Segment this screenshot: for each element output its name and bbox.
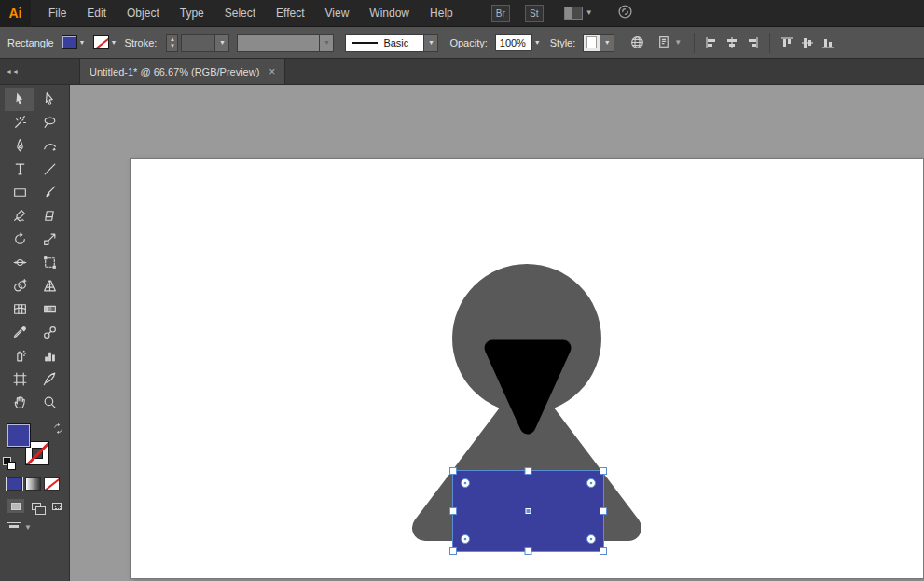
color-button[interactable] <box>7 477 22 491</box>
align-top-button[interactable] <box>777 33 797 53</box>
style-dropdown[interactable]: ▼ <box>583 34 614 52</box>
gradient-tool[interactable] <box>34 297 64 321</box>
free-transform-tool[interactable] <box>34 251 64 274</box>
chevron-down-icon: ▼ <box>77 35 88 49</box>
selection-handle[interactable] <box>450 468 457 475</box>
canvas[interactable] <box>70 85 924 581</box>
stock-button[interactable]: St <box>525 5 544 22</box>
document-tab[interactable]: Untitled-1* @ 66.67% (RGB/Preview) × <box>79 59 285 84</box>
sync-button[interactable] <box>617 4 633 23</box>
swap-fill-stroke-icon[interactable] <box>52 422 64 435</box>
bridge-button[interactable]: Br <box>491 5 510 22</box>
artboard[interactable] <box>131 159 923 578</box>
document-info-button[interactable] <box>629 35 645 50</box>
default-fill-stroke-icon[interactable] <box>3 457 16 470</box>
draw-inside-button[interactable] <box>48 499 65 513</box>
pen-tool[interactable] <box>5 134 34 158</box>
stroke-weight-stepper[interactable]: ▲▼ <box>166 34 178 52</box>
menu-edit[interactable]: Edit <box>76 0 117 27</box>
workspace-switcher-icon <box>564 7 583 20</box>
menu-select[interactable]: Select <box>214 0 266 27</box>
globe-icon <box>629 35 645 50</box>
fill-color-dropdown[interactable]: ▼ <box>62 35 88 49</box>
menu-file[interactable]: File <box>38 0 76 27</box>
align-middle-button[interactable] <box>797 33 818 53</box>
selection-handle[interactable] <box>525 548 531 555</box>
fill-stroke-indicator <box>0 422 69 474</box>
draw-behind-button[interactable] <box>27 499 45 513</box>
eraser-tool[interactable] <box>34 204 64 228</box>
draw-normal-button[interactable] <box>7 499 24 513</box>
opacity-input[interactable] <box>495 34 532 51</box>
menu-effect[interactable]: Effect <box>266 0 314 27</box>
main-area: ▼ <box>0 85 924 581</box>
document-tab-bar: ◄◄ Untitled-1* @ 66.67% (RGB/Preview) × <box>0 59 924 85</box>
stroke-color-dropdown[interactable]: ▼ <box>93 35 119 49</box>
align-right-icon <box>745 35 760 50</box>
slice-tool[interactable] <box>34 367 64 391</box>
selection-handle[interactable] <box>450 548 457 555</box>
gradient-button[interactable] <box>25 477 41 491</box>
rectangle-tool[interactable] <box>5 181 34 204</box>
magic-wand-tool[interactable] <box>5 111 34 134</box>
selection-handle[interactable] <box>450 508 457 515</box>
center-point[interactable] <box>526 509 531 514</box>
menu-help[interactable]: Help <box>420 0 463 27</box>
menu-bar: Ai File Edit Object Type Select Effect V… <box>0 0 924 27</box>
blend-tool[interactable] <box>34 321 64 344</box>
column-graph-tool[interactable] <box>34 344 64 367</box>
align-center-button[interactable] <box>722 33 742 53</box>
stroke-weight-dropdown[interactable]: ▼ <box>181 34 229 52</box>
width-tool[interactable] <box>5 251 34 274</box>
selection-handle[interactable] <box>600 548 607 555</box>
chevron-down-icon: ▼ <box>600 35 614 51</box>
line-segment-tool[interactable] <box>34 158 64 181</box>
type-tool[interactable] <box>5 158 34 181</box>
direct-selection-tool[interactable] <box>34 88 64 111</box>
fill-swatch[interactable] <box>7 423 31 448</box>
scale-tool[interactable] <box>34 228 64 251</box>
shaper-tool[interactable] <box>5 204 34 228</box>
shape-builder-tool[interactable] <box>5 274 34 297</box>
menu-view[interactable]: View <box>315 0 360 27</box>
draw-normal-icon <box>11 503 21 510</box>
align-bottom-button[interactable] <box>818 33 838 53</box>
align-top-icon <box>779 35 794 50</box>
toolbar-collapse-button[interactable]: ◄◄ <box>0 59 70 84</box>
paintbrush-tool[interactable] <box>34 181 64 204</box>
hand-tool[interactable] <box>5 391 34 414</box>
chevron-down-icon: ▼ <box>674 39 682 47</box>
zoom-tool[interactable] <box>34 391 64 414</box>
align-left-icon <box>704 35 719 50</box>
drawing-mode-buttons <box>7 499 69 513</box>
close-icon[interactable]: × <box>269 65 275 78</box>
curvature-tool[interactable] <box>34 134 64 158</box>
paint-type-buttons <box>7 477 69 491</box>
selection-handle[interactable] <box>600 508 607 515</box>
rotate-tool[interactable] <box>5 228 34 251</box>
selection-handle[interactable] <box>600 468 607 475</box>
selection-type-label: Rectangle <box>7 37 54 48</box>
selection-handle[interactable] <box>525 468 531 475</box>
selection-tool[interactable] <box>5 88 34 111</box>
align-left-button[interactable] <box>701 33 722 53</box>
lasso-tool[interactable] <box>34 111 64 134</box>
menu-window[interactable]: Window <box>359 0 420 27</box>
transform-menu-button[interactable]: ▼ <box>656 35 682 50</box>
eyedropper-tool[interactable] <box>5 321 34 344</box>
mesh-tool[interactable] <box>5 297 34 321</box>
align-right-button[interactable] <box>742 33 763 53</box>
symbol-sprayer-tool[interactable] <box>5 344 34 367</box>
stroke-label: Stroke: <box>125 37 158 48</box>
screen-mode-button[interactable]: ▼ <box>7 522 69 533</box>
menu-type[interactable]: Type <box>170 0 214 27</box>
none-button[interactable] <box>44 477 60 491</box>
separator <box>694 33 695 53</box>
workspace-switcher-button[interactable]: ▼ <box>564 7 593 20</box>
chevron-down-icon[interactable]: ▼ <box>532 35 543 49</box>
menu-object[interactable]: Object <box>117 0 170 27</box>
artboard-tool[interactable] <box>5 367 34 391</box>
brush-definition-dropdown[interactable]: Basic ▼ <box>345 34 438 52</box>
perspective-grid-tool[interactable] <box>34 274 64 297</box>
separator <box>769 33 770 53</box>
